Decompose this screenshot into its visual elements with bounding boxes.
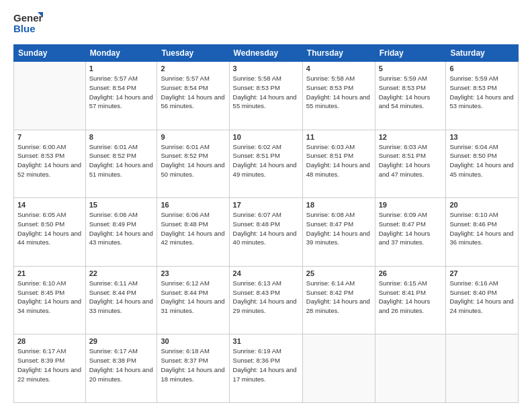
day-info: Sunrise: 6:18 AMSunset: 8:37 PMDaylight:…	[161, 347, 225, 383]
day-info: Sunrise: 6:19 AMSunset: 8:36 PMDaylight:…	[233, 347, 299, 383]
day-number: 17	[233, 201, 299, 209]
logo-svg: General Blue	[13, 11, 43, 35]
day-info: Sunrise: 5:58 AMSunset: 8:53 PMDaylight:…	[306, 74, 371, 111]
day-number: 27	[449, 269, 515, 277]
calendar-day-cell: 20Sunrise: 6:10 AMSunset: 8:46 PMDayligh…	[446, 198, 519, 267]
day-info: Sunrise: 6:13 AMSunset: 8:43 PMDaylight:…	[233, 279, 299, 316]
weekday-header-cell: Friday	[375, 45, 446, 62]
calendar-day-cell: 22Sunrise: 6:11 AMSunset: 8:44 PMDayligh…	[85, 266, 157, 334]
weekday-header-cell: Saturday	[446, 45, 519, 62]
calendar-day-cell: 21Sunrise: 6:10 AMSunset: 8:45 PMDayligh…	[14, 266, 86, 334]
calendar-day-cell	[14, 62, 86, 130]
day-number: 5	[379, 64, 443, 73]
calendar-week-row: 14Sunrise: 6:05 AMSunset: 8:50 PMDayligh…	[14, 198, 519, 267]
calendar-day-cell: 28Sunrise: 6:17 AMSunset: 8:39 PMDayligh…	[14, 334, 86, 403]
calendar-day-cell: 15Sunrise: 6:06 AMSunset: 8:49 PMDayligh…	[85, 198, 157, 267]
day-info: Sunrise: 6:14 AMSunset: 8:42 PMDaylight:…	[306, 279, 371, 316]
day-info: Sunrise: 6:09 AMSunset: 8:47 PMDaylight:…	[379, 210, 443, 247]
day-number: 1	[89, 64, 154, 73]
day-number: 18	[306, 201, 371, 209]
day-info: Sunrise: 6:10 AMSunset: 8:45 PMDaylight:…	[17, 279, 82, 316]
logo-container: General Blue	[13, 11, 43, 38]
day-info: Sunrise: 6:10 AMSunset: 8:46 PMDaylight:…	[449, 210, 515, 247]
day-info: Sunrise: 6:06 AMSunset: 8:49 PMDaylight:…	[89, 210, 154, 247]
calendar-week-row: 1Sunrise: 5:57 AMSunset: 8:54 PMDaylight…	[14, 62, 519, 130]
day-number: 6	[449, 64, 515, 73]
day-info: Sunrise: 6:05 AMSunset: 8:50 PMDaylight:…	[17, 210, 82, 247]
weekday-header-cell: Wednesday	[229, 45, 302, 62]
weekday-header-cell: Tuesday	[157, 45, 229, 62]
day-info: Sunrise: 5:59 AMSunset: 8:53 PMDaylight:…	[449, 74, 515, 111]
day-info: Sunrise: 5:57 AMSunset: 8:54 PMDaylight:…	[161, 74, 225, 111]
calendar-day-cell: 8Sunrise: 6:01 AMSunset: 8:52 PMDaylight…	[85, 130, 157, 198]
day-info: Sunrise: 6:08 AMSunset: 8:47 PMDaylight:…	[306, 210, 371, 247]
calendar-day-cell	[375, 334, 446, 403]
calendar-week-row: 7Sunrise: 6:00 AMSunset: 8:53 PMDaylight…	[14, 130, 519, 198]
calendar-week-row: 21Sunrise: 6:10 AMSunset: 8:45 PMDayligh…	[14, 266, 519, 334]
day-number: 13	[449, 133, 515, 141]
day-number: 28	[17, 337, 82, 345]
logo: General Blue	[13, 11, 43, 38]
day-number: 3	[233, 64, 299, 73]
calendar-day-cell: 16Sunrise: 6:06 AMSunset: 8:48 PMDayligh…	[157, 198, 229, 267]
day-number: 9	[161, 133, 225, 141]
calendar-day-cell: 26Sunrise: 6:15 AMSunset: 8:41 PMDayligh…	[375, 266, 446, 334]
calendar-day-cell: 9Sunrise: 6:01 AMSunset: 8:52 PMDaylight…	[157, 130, 229, 198]
calendar-day-cell: 7Sunrise: 6:00 AMSunset: 8:53 PMDaylight…	[14, 130, 86, 198]
calendar-day-cell: 11Sunrise: 6:03 AMSunset: 8:51 PMDayligh…	[302, 130, 375, 198]
day-number: 8	[89, 133, 154, 141]
day-info: Sunrise: 5:57 AMSunset: 8:54 PMDaylight:…	[89, 74, 154, 111]
calendar-day-cell: 10Sunrise: 6:02 AMSunset: 8:51 PMDayligh…	[229, 130, 302, 198]
calendar-day-cell: 19Sunrise: 6:09 AMSunset: 8:47 PMDayligh…	[375, 198, 446, 267]
calendar-day-cell: 1Sunrise: 5:57 AMSunset: 8:54 PMDaylight…	[85, 62, 157, 130]
day-number: 14	[17, 201, 82, 209]
calendar-day-cell: 18Sunrise: 6:08 AMSunset: 8:47 PMDayligh…	[302, 198, 375, 267]
day-info: Sunrise: 6:04 AMSunset: 8:50 PMDaylight:…	[449, 142, 515, 179]
calendar-day-cell	[446, 334, 519, 403]
day-number: 24	[233, 269, 299, 277]
calendar-table: SundayMondayTuesdayWednesdayThursdayFrid…	[13, 44, 519, 403]
day-number: 26	[379, 269, 443, 277]
weekday-header-cell: Sunday	[14, 45, 86, 62]
day-number: 10	[233, 133, 299, 141]
day-number: 30	[161, 337, 225, 345]
day-number: 22	[89, 269, 154, 277]
logo-blue-text: Blue	[13, 23, 36, 34]
day-number: 21	[17, 269, 82, 277]
day-info: Sunrise: 5:59 AMSunset: 8:53 PMDaylight:…	[379, 74, 443, 111]
day-info: Sunrise: 6:02 AMSunset: 8:51 PMDaylight:…	[233, 142, 299, 179]
day-number: 25	[306, 269, 371, 277]
calendar-day-cell: 25Sunrise: 6:14 AMSunset: 8:42 PMDayligh…	[302, 266, 375, 334]
day-info: Sunrise: 6:01 AMSunset: 8:52 PMDaylight:…	[161, 142, 225, 179]
day-info: Sunrise: 6:03 AMSunset: 8:51 PMDaylight:…	[306, 142, 371, 179]
header: General Blue	[13, 11, 519, 38]
day-info: Sunrise: 6:17 AMSunset: 8:39 PMDaylight:…	[17, 347, 82, 383]
calendar-day-cell: 6Sunrise: 5:59 AMSunset: 8:53 PMDaylight…	[446, 62, 519, 130]
calendar-day-cell: 27Sunrise: 6:16 AMSunset: 8:40 PMDayligh…	[446, 266, 519, 334]
calendar-day-cell: 13Sunrise: 6:04 AMSunset: 8:50 PMDayligh…	[446, 130, 519, 198]
logo-graphic: General Blue	[13, 11, 43, 38]
calendar-day-cell: 3Sunrise: 5:58 AMSunset: 8:53 PMDaylight…	[229, 62, 302, 130]
calendar-day-cell: 5Sunrise: 5:59 AMSunset: 8:53 PMDaylight…	[375, 62, 446, 130]
calendar-day-cell: 29Sunrise: 6:17 AMSunset: 8:38 PMDayligh…	[85, 334, 157, 403]
day-info: Sunrise: 6:03 AMSunset: 8:51 PMDaylight:…	[379, 142, 443, 179]
day-info: Sunrise: 6:12 AMSunset: 8:44 PMDaylight:…	[161, 279, 225, 316]
day-info: Sunrise: 6:17 AMSunset: 8:38 PMDaylight:…	[89, 347, 154, 383]
calendar-day-cell: 31Sunrise: 6:19 AMSunset: 8:36 PMDayligh…	[229, 334, 302, 403]
day-number: 19	[379, 201, 443, 209]
day-info: Sunrise: 5:58 AMSunset: 8:53 PMDaylight:…	[233, 74, 299, 111]
calendar-day-cell: 12Sunrise: 6:03 AMSunset: 8:51 PMDayligh…	[375, 130, 446, 198]
day-number: 16	[161, 201, 225, 209]
calendar-day-cell: 4Sunrise: 5:58 AMSunset: 8:53 PMDaylight…	[302, 62, 375, 130]
weekday-header-cell: Monday	[85, 45, 157, 62]
day-info: Sunrise: 6:15 AMSunset: 8:41 PMDaylight:…	[379, 279, 443, 316]
day-info: Sunrise: 6:11 AMSunset: 8:44 PMDaylight:…	[89, 279, 154, 316]
day-info: Sunrise: 6:06 AMSunset: 8:48 PMDaylight:…	[161, 210, 225, 247]
calendar-day-cell: 30Sunrise: 6:18 AMSunset: 8:37 PMDayligh…	[157, 334, 229, 403]
day-number: 29	[89, 337, 154, 345]
calendar-day-cell: 24Sunrise: 6:13 AMSunset: 8:43 PMDayligh…	[229, 266, 302, 334]
day-info: Sunrise: 6:07 AMSunset: 8:48 PMDaylight:…	[233, 210, 299, 247]
weekday-header-row: SundayMondayTuesdayWednesdayThursdayFrid…	[14, 45, 519, 62]
day-number: 11	[306, 133, 371, 141]
calendar-day-cell: 2Sunrise: 5:57 AMSunset: 8:54 PMDaylight…	[157, 62, 229, 130]
